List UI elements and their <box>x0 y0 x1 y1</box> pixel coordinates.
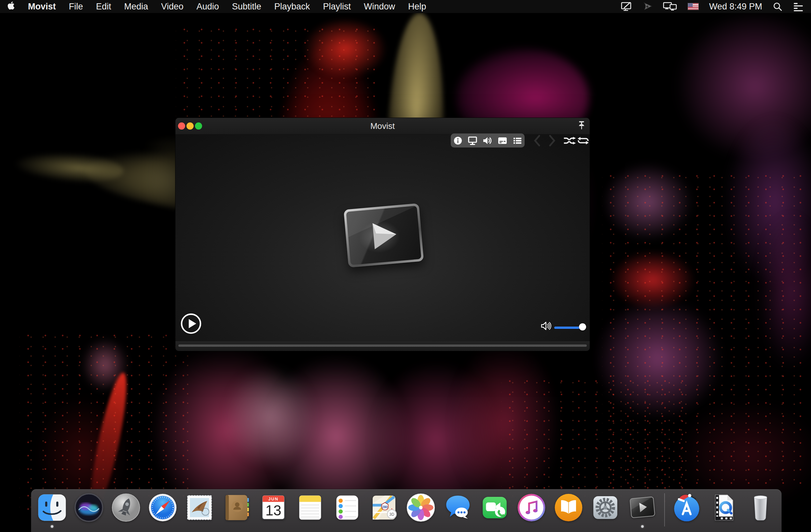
dock-item-books[interactable] <box>554 492 583 522</box>
dock-item-movist[interactable] <box>627 492 657 522</box>
maps-icon: 280 3D <box>369 492 399 522</box>
dock-item-maps[interactable]: 280 3D <box>369 492 399 522</box>
safari-icon <box>148 492 178 522</box>
quicktime-document-icon <box>709 492 739 522</box>
menu-bar: Movist FileEditMediaVideoAudioSubtitlePl… <box>0 0 811 13</box>
menu-window[interactable]: Window <box>364 2 395 12</box>
dock-item-app-store[interactable] <box>672 492 702 522</box>
window-toolbar <box>451 134 525 148</box>
finder-icon <box>37 492 67 522</box>
spotlight-search-icon[interactable] <box>772 2 782 11</box>
trash-icon <box>746 492 776 522</box>
calendar-month: JUN <box>268 497 278 501</box>
next-button[interactable] <box>549 135 556 147</box>
dock-item-messages[interactable] <box>443 492 473 522</box>
dock-item-mail[interactable] <box>185 492 214 522</box>
system-preferences-icon <box>590 492 620 522</box>
fan-menu-icon[interactable] <box>643 2 653 11</box>
dock-item-facetime[interactable] <box>480 492 510 522</box>
app-store-icon <box>672 492 702 522</box>
menu-media[interactable]: Media <box>124 2 149 12</box>
contacts-icon <box>221 492 251 522</box>
dock-item-siri[interactable] <box>74 492 104 522</box>
reminders-icon <box>332 492 362 522</box>
dock-item-system-preferences[interactable] <box>590 492 620 522</box>
dock-item-launchpad[interactable] <box>111 492 141 522</box>
dock-item-trash[interactable] <box>746 492 776 522</box>
media-info-icon[interactable] <box>453 136 463 146</box>
apple-menu[interactable] <box>7 1 15 12</box>
mail-icon <box>185 492 214 522</box>
dock-item-finder[interactable] <box>37 492 67 522</box>
volume-slider-knob[interactable] <box>579 323 586 331</box>
dock-item-notes[interactable] <box>295 492 325 522</box>
maps-shield-label: 280 <box>382 505 387 509</box>
menu-playback[interactable]: Playback <box>274 2 310 12</box>
volume-icon[interactable] <box>540 320 552 332</box>
previous-button[interactable] <box>533 135 540 147</box>
menu-playlist[interactable]: Playlist <box>323 2 351 12</box>
maps-3d-label: 3D <box>389 512 395 517</box>
us-flag-icon[interactable] <box>688 3 699 10</box>
menu-clock[interactable]: Wed 8:49 PM <box>709 2 762 12</box>
siri-icon <box>74 492 104 522</box>
dock-item-photos[interactable] <box>406 492 436 522</box>
screen-recording-icon[interactable] <box>621 2 632 11</box>
dock-item-reminders[interactable] <box>332 492 362 522</box>
dock-separator <box>664 493 665 527</box>
running-indicator <box>51 525 53 528</box>
menu-bar-menus: FileEditMediaVideoAudioSubtitlePlaybackP… <box>69 2 426 12</box>
shuffle-button[interactable] <box>563 136 576 145</box>
books-icon <box>554 492 583 522</box>
audio-volume-icon[interactable] <box>482 136 493 146</box>
launchpad-icon <box>111 492 141 522</box>
calendar-day: 13 <box>265 502 281 518</box>
menu-video[interactable]: Video <box>161 2 184 12</box>
dock-item-calendar[interactable]: JUN 13 <box>258 492 288 522</box>
messages-icon <box>443 492 473 522</box>
dock-item-contacts[interactable] <box>221 492 251 522</box>
menu-help[interactable]: Help <box>408 2 426 12</box>
dock-item-quicktime-document[interactable] <box>709 492 739 522</box>
window-title: Movist <box>175 118 590 134</box>
notes-icon <box>295 492 325 522</box>
movist-icon <box>627 492 657 522</box>
pin-icon[interactable] <box>576 120 587 133</box>
apple-logo-icon <box>7 1 15 10</box>
seek-strip <box>175 341 590 351</box>
displays-icon[interactable] <box>663 2 677 11</box>
menu-edit[interactable]: Edit <box>96 2 111 12</box>
dock: JUN 13 280 <box>31 489 782 532</box>
photos-icon <box>406 492 436 522</box>
menu-audio[interactable]: Audio <box>197 2 219 12</box>
menu-app-name[interactable]: Movist <box>28 2 56 12</box>
itunes-icon <box>517 492 547 522</box>
subtitles-icon[interactable] <box>497 136 508 146</box>
running-indicator <box>641 525 644 528</box>
movist-window: Movist <box>175 118 590 351</box>
movist-placeholder-logo <box>344 203 424 268</box>
menu-subtitle[interactable]: Subtitle <box>232 2 261 12</box>
dock-item-safari[interactable] <box>148 492 178 522</box>
calendar-icon: JUN 13 <box>258 492 288 522</box>
video-screen-icon[interactable] <box>467 136 478 146</box>
repeat-button[interactable] <box>577 136 590 145</box>
facetime-icon <box>480 492 510 522</box>
notification-center-icon[interactable] <box>793 2 804 11</box>
dock-item-itunes[interactable] <box>517 492 547 522</box>
play-button[interactable] <box>180 313 202 335</box>
seek-bar[interactable] <box>178 345 587 347</box>
menu-file[interactable]: File <box>69 2 83 12</box>
playlist-icon[interactable] <box>512 136 523 146</box>
